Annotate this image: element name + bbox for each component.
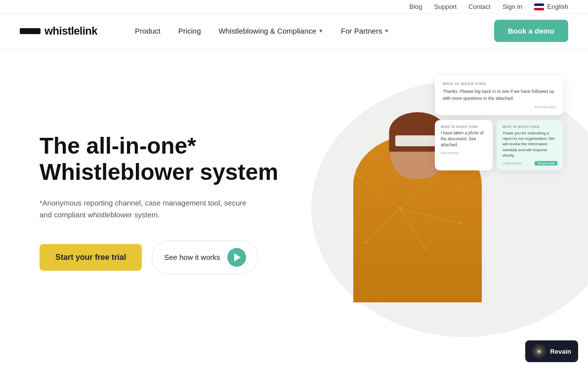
chevron-down-icon: ▼ [384, 28, 389, 34]
video-label: See how it works [164, 253, 220, 261]
svg-point-5 [398, 207, 402, 210]
hero-section: The all-in-one* Whistleblower system *An… [0, 48, 588, 369]
logo-text: whistlelink [44, 25, 97, 38]
chat-card-2: WHO IS BOSS FINN I have taken a photo of… [435, 120, 493, 170]
start-trial-button[interactable]: Start your free trial [40, 244, 142, 271]
language-selector[interactable]: English [534, 3, 568, 10]
svg-line-0 [356, 174, 400, 208]
top-utility-bar: Blog Support Contact Sign In English [0, 0, 588, 14]
svg-line-2 [400, 208, 460, 223]
play-button-icon [227, 248, 246, 267]
chevron-down-icon: ▼ [318, 28, 323, 34]
hero-actions: Start your free trial See how it works [40, 241, 296, 274]
support-link[interactable]: Support [434, 3, 457, 10]
logo-link[interactable]: whistlelink [20, 25, 97, 38]
svg-text:R: R [538, 349, 541, 354]
responded-tag: Responded [535, 161, 557, 165]
svg-line-1 [400, 169, 445, 208]
card-3-footer: Organisation Responded [503, 161, 557, 165]
card-3-text: Thank you for submitting a report to our… [503, 130, 557, 158]
svg-point-8 [458, 222, 461, 225]
nav-product[interactable]: Product [127, 23, 168, 39]
blog-link[interactable]: Blog [409, 3, 422, 10]
nav-cta-area: Book a demo [494, 20, 568, 42]
card-2-text: I have taken a photo of the document. Se… [441, 130, 487, 148]
chat-card-3: WHO IS BOSS FINN Thank you for submittin… [497, 120, 563, 170]
book-demo-button[interactable]: Book a demo [494, 20, 568, 42]
hero-title: The all-in-one* Whistleblower system [40, 133, 296, 185]
card-1-text: Thanks. Please log back in to see if we … [443, 88, 555, 102]
hero-visual: WHO IS BOSS FINN Thanks. Please log back… [247, 48, 588, 369]
card-2-header: WHO IS BOSS FINN [441, 125, 487, 128]
main-navigation: whistlelink Product Pricing Whistleblowi… [0, 14, 588, 48]
hero-subtitle: *Anonymous reporting channel, case manag… [40, 197, 257, 221]
card-2-footer: Anonymous [441, 151, 487, 155]
card-1-header: WHO IS BOSS FINN [443, 82, 555, 86]
revain-logo-icon: R [535, 347, 544, 356]
chat-cards-container: WHO IS BOSS FINN Thanks. Please log back… [435, 76, 563, 170]
contact-link[interactable]: Contact [468, 3, 491, 10]
flag-icon [534, 3, 544, 10]
chat-cards-row: WHO IS BOSS FINN I have taken a photo of… [435, 120, 563, 170]
play-triangle-icon [234, 253, 241, 261]
card-3-org: Organisation [503, 162, 522, 165]
language-label: English [547, 3, 568, 10]
nav-for-partners[interactable]: For Partners ▼ [333, 23, 397, 39]
revain-label: Revain [550, 348, 571, 355]
revain-badge[interactable]: R Revain [525, 340, 578, 362]
card-3-header: WHO IS BOSS FINN [503, 125, 557, 128]
nav-whistleblowing[interactable]: Whistleblowing & Compliance ▼ [211, 23, 332, 39]
nav-pricing[interactable]: Pricing [170, 23, 209, 39]
svg-line-3 [400, 208, 425, 248]
signin-link[interactable]: Sign In [503, 3, 522, 10]
logo-bar-icon [20, 28, 41, 34]
svg-point-9 [423, 247, 426, 249]
chat-card-1: WHO IS BOSS FINN Thanks. Please log back… [435, 76, 563, 115]
svg-point-10 [364, 242, 367, 245]
see-how-it-works-button[interactable]: See how it works [152, 241, 258, 274]
svg-line-4 [366, 208, 400, 243]
svg-point-6 [354, 172, 357, 175]
card-2-anon: Anonymous [441, 151, 459, 155]
hero-content: The all-in-one* Whistleblower system *An… [40, 133, 296, 274]
nav-links: Product Pricing Whistleblowing & Complia… [127, 23, 494, 39]
card-1-footer: Anonymous [443, 105, 555, 109]
revain-icon: R [532, 344, 546, 358]
